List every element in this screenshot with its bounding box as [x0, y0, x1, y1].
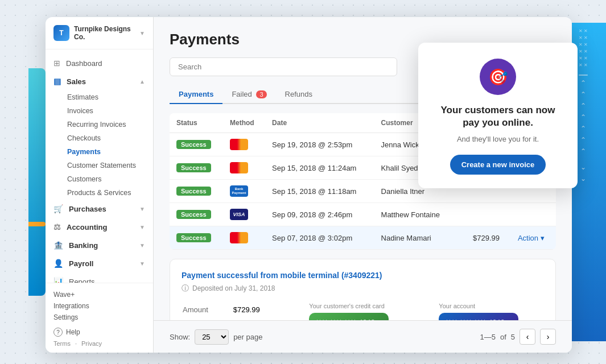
sidebar-item-invoices[interactable]: Invoices: [46, 104, 153, 118]
account-credit-card: **** **** **** 4242 ABC Company 10/21: [439, 313, 518, 320]
status-badge: Success: [176, 140, 211, 149]
company-logo[interactable]: T Turnpike Designs Co. ▼: [46, 17, 153, 49]
search-input[interactable]: [170, 57, 397, 76]
customer-card-wrapper: Your customer's credit card **** **** **…: [309, 303, 389, 320]
customer-credit-card: **** **** **** 4242 ABC Company 10/21 VI…: [309, 313, 389, 320]
payment-date: Sep 09, 2018 @ 2:46pm: [265, 203, 374, 226]
reports-label: Reports: [69, 278, 95, 283]
tab-payments[interactable]: Payments: [170, 85, 222, 104]
status-badge: Success: [176, 210, 211, 219]
sidebar-item-recurring-invoices[interactable]: Recurring Invoices: [46, 118, 153, 131]
sidebar-integrations[interactable]: Integrations: [53, 300, 145, 312]
per-page-label: per page: [233, 333, 262, 341]
per-page-select[interactable]: 25 50 100: [195, 329, 229, 345]
page-range: 1—5: [480, 333, 495, 341]
company-dropdown-icon: ▼: [139, 30, 145, 36]
payroll-label: Payroll: [69, 259, 93, 268]
info-icon: ⓘ: [182, 283, 189, 293]
accounting-chevron: ▼: [139, 224, 145, 230]
sidebar-item-customer-statements[interactable]: Customer Statements: [46, 159, 153, 172]
payment-customer: Matthew Fontaine: [374, 203, 467, 226]
invoice-ref-link[interactable]: (#3409221): [341, 271, 382, 280]
sidebar-item-estimates[interactable]: Estimates: [46, 90, 153, 104]
payment-amount: $729.99: [466, 226, 511, 250]
payment-date: Sep 15, 2018 @ 11:24am: [265, 156, 374, 180]
sidebar-section-accounting[interactable]: ⚖ Accounting ▼: [46, 218, 153, 236]
sales-chevron: ▲: [139, 78, 145, 85]
sidebar-item-products-services[interactable]: Products & Services: [46, 186, 153, 200]
deposit-info: ⓘ Deposited on July 31, 2018: [182, 283, 544, 293]
logo-icon: T: [53, 25, 69, 41]
help-label: Help: [66, 328, 80, 336]
payment-date: Sep 07, 2018 @ 3:02pm: [265, 226, 374, 250]
deposit-date: Deposited on July 31, 2018: [192, 284, 275, 292]
next-page-button[interactable]: ›: [540, 329, 556, 345]
sidebar-section-sales[interactable]: ▤ Sales ▲: [46, 72, 153, 90]
sidebar-item-payments[interactable]: Payments: [46, 145, 153, 159]
cards-section: Your customer's credit card **** **** **…: [284, 303, 544, 320]
sidebar-item-dashboard[interactable]: ⊞ Dashboard: [46, 54, 153, 72]
sidebar-item-reports[interactable]: 📊 Reports: [46, 272, 153, 283]
sidebar-item-checkouts[interactable]: Checkouts: [46, 131, 153, 145]
dashboard-icon: ⊞: [53, 59, 60, 68]
account-card-wrapper: Your account **** **** **** 4242 ABC Com…: [439, 303, 518, 320]
popup-icon: 🎯: [480, 59, 516, 95]
separator: ·: [75, 340, 77, 347]
purchases-icon: 🛒: [53, 204, 63, 213]
sidebar-section-purchases[interactable]: 🛒 Purchases ▼: [46, 200, 153, 218]
banking-chevron: ▼: [139, 242, 145, 249]
status-badge: Success: [176, 233, 211, 242]
footer-links: Terms · Privacy: [53, 340, 145, 347]
action-button[interactable]: Action ▾: [518, 234, 549, 242]
popup-title: Your customers can now pay you online.: [432, 104, 564, 129]
payroll-chevron: ▼: [139, 260, 145, 267]
payment-amounts: Amount $729.99 Fee $21.22 You get $708.7…: [182, 303, 544, 320]
accounting-label: Accounting: [67, 223, 108, 231]
tab-refunds[interactable]: Refunds: [276, 85, 321, 104]
per-page-control: Show: 25 50 100 per page: [170, 329, 262, 345]
sales-icon: ▤: [53, 77, 61, 86]
col-status: Status: [170, 113, 223, 133]
sidebar-dashboard-label: Dashboard: [66, 59, 102, 68]
amounts-table: Amount $729.99 Fee $21.22 You get $708.7…: [182, 303, 261, 320]
sidebar-wave-plus[interactable]: Wave+: [53, 289, 145, 300]
popup-subtitle: And they'll love you for it.: [432, 135, 564, 143]
terms-link[interactable]: Terms: [53, 340, 71, 347]
method-visa: VISA: [230, 209, 248, 220]
popup-overlay: 🎯 Your customers can now pay you online.…: [418, 43, 578, 188]
sidebar: T Turnpike Designs Co. ▼ ⊞ Dashboard ▤ S…: [46, 17, 154, 353]
sidebar-settings[interactable]: Settings: [53, 312, 145, 323]
payment-detail-header: Payment successful from mobile terminal …: [182, 271, 544, 280]
payment-customer: Nadine Mamari: [374, 226, 467, 250]
create-invoice-button[interactable]: Create a new invoice: [450, 155, 546, 175]
popup-icon-symbol: 🎯: [488, 68, 508, 86]
banking-label: Banking: [69, 241, 98, 250]
action-dropdown-icon: ▾: [541, 234, 545, 242]
sidebar-footer: Wave+ Integrations Settings ? Help Terms…: [46, 283, 153, 353]
pagination: Show: 25 50 100 per page 1—5 of 5 ‹ ›: [154, 320, 572, 353]
payment-amount: [466, 203, 511, 226]
col-date: Date: [265, 113, 374, 133]
payment-date: Sep 15, 2018 @ 11:18am: [265, 180, 374, 203]
prev-page-button[interactable]: ‹: [520, 329, 535, 345]
method-bank: BankPayment: [230, 185, 248, 197]
amount-value: $729.99: [233, 304, 260, 316]
help-button[interactable]: ? Help: [53, 328, 145, 337]
sidebar-nav: ⊞ Dashboard ▤ Sales ▲ Estimates Invoices…: [46, 49, 153, 283]
payment-action: [511, 203, 556, 226]
help-icon: ?: [53, 328, 63, 337]
purchases-chevron: ▼: [139, 206, 145, 212]
tab-failed[interactable]: Failed 3: [222, 85, 275, 104]
table-row: Success VISA Sep 09, 2018 @ 2:46pm Matth…: [170, 203, 556, 226]
sidebar-section-banking[interactable]: 🏦 Banking ▼: [46, 236, 153, 254]
method-mastercard: [230, 162, 248, 173]
total-pages: 5: [511, 333, 515, 341]
failed-badge: 3: [256, 90, 266, 98]
accounting-icon: ⚖: [53, 222, 61, 231]
col-method: Method: [223, 113, 265, 133]
sidebar-item-customers[interactable]: Customers: [46, 172, 153, 186]
sales-label: Sales: [67, 77, 86, 86]
privacy-link[interactable]: Privacy: [81, 340, 102, 347]
company-name: Turnpike Designs Co.: [74, 25, 135, 41]
sidebar-section-payroll[interactable]: 👤 Payroll ▼: [46, 254, 153, 272]
